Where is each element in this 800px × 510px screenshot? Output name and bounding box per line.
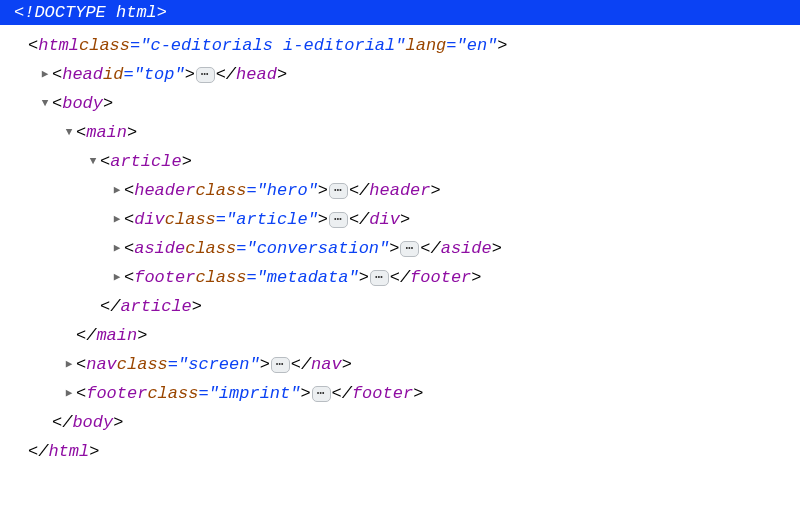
ellipsis-icon[interactable]: ⋯: [329, 212, 348, 228]
node-main-close[interactable]: </main>: [14, 321, 786, 350]
node-main-open[interactable]: ▼ <main>: [14, 118, 786, 147]
ellipsis-icon[interactable]: ⋯: [370, 270, 389, 286]
expand-icon[interactable]: ▶: [110, 176, 124, 205]
collapse-icon[interactable]: ▼: [62, 118, 76, 147]
expand-icon[interactable]: ▶: [38, 60, 52, 89]
ellipsis-icon[interactable]: ⋯: [312, 386, 331, 402]
ellipsis-icon[interactable]: ⋯: [329, 183, 348, 199]
expand-icon[interactable]: ▶: [110, 234, 124, 263]
expand-icon[interactable]: ▶: [110, 205, 124, 234]
node-aside-conversation[interactable]: ▶ <aside class="conversation" > ⋯ </asid…: [14, 234, 786, 263]
node-html-close[interactable]: </html>: [14, 437, 786, 466]
node-nav-screen[interactable]: ▶ <nav class="screen" > ⋯ </nav>: [14, 350, 786, 379]
ellipsis-icon[interactable]: ⋯: [400, 241, 419, 257]
node-head[interactable]: ▶ <head id="top" > ⋯ </head>: [14, 60, 786, 89]
node-header-hero[interactable]: ▶ <header class="hero" > ⋯ </header>: [14, 176, 786, 205]
node-article-close[interactable]: </article>: [14, 292, 786, 321]
doctype-text: <!DOCTYPE html>: [14, 3, 167, 22]
doctype-bar: <!DOCTYPE html>: [0, 0, 800, 25]
node-footer-metadata[interactable]: ▶ <footer class="metadata" > ⋯ </footer>: [14, 263, 786, 292]
node-footer-imprint[interactable]: ▶ <footer class="imprint" > ⋯ </footer>: [14, 379, 786, 408]
node-html-open[interactable]: <html class="c-editorials i-editorial" l…: [14, 31, 786, 60]
node-body-open[interactable]: ▼ <body>: [14, 89, 786, 118]
node-body-close[interactable]: </body>: [14, 408, 786, 437]
expand-icon[interactable]: ▶: [62, 350, 76, 379]
expand-icon[interactable]: ▶: [62, 379, 76, 408]
dom-tree: <html class="c-editorials i-editorial" l…: [0, 25, 800, 466]
expand-icon[interactable]: ▶: [110, 263, 124, 292]
node-div-article[interactable]: ▶ <div class="article" > ⋯ </div>: [14, 205, 786, 234]
ellipsis-icon[interactable]: ⋯: [271, 357, 290, 373]
collapse-icon[interactable]: ▼: [86, 147, 100, 176]
node-article-open[interactable]: ▼ <article>: [14, 147, 786, 176]
ellipsis-icon[interactable]: ⋯: [196, 67, 215, 83]
collapse-icon[interactable]: ▼: [38, 89, 52, 118]
